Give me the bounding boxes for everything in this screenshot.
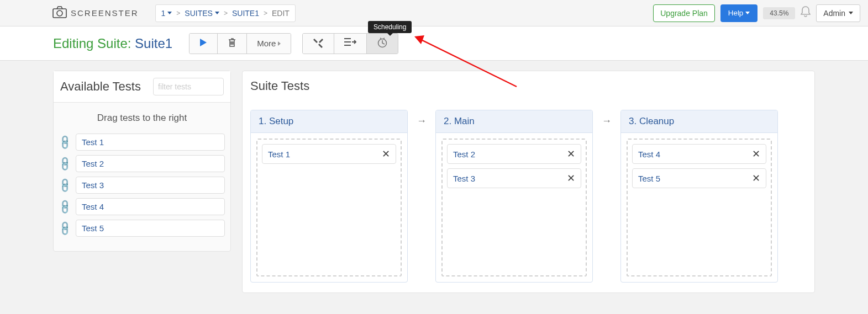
suite-name: Suite1 <box>135 36 172 51</box>
filter-tests-input[interactable] <box>153 78 224 95</box>
svg-rect-2 <box>344 38 351 39</box>
list-item: 🔗 Test 3 <box>59 177 225 194</box>
available-tests-title: Available Tests <box>60 79 141 94</box>
main-area: Available Tests Drag tests to the right … <box>0 61 868 303</box>
column-dropzone[interactable]: Test 4 ✕ Test 5 ✕ <box>627 139 772 276</box>
available-test[interactable]: Test 2 <box>76 155 225 172</box>
settings-button[interactable] <box>303 34 334 54</box>
camera-icon <box>52 6 67 20</box>
remove-test-button[interactable]: ✕ <box>752 148 760 160</box>
suite-test[interactable]: Test 2 ✕ <box>447 144 581 164</box>
svg-rect-3 <box>344 41 351 42</box>
column-dropzone[interactable]: Test 2 ✕ Test 3 ✕ <box>441 139 587 276</box>
topbar-right: Upgrade Plan Help 43.5% Admin <box>653 4 860 22</box>
column-header: 1. Setup <box>251 110 407 133</box>
column-dropzone[interactable]: Test 1 ✕ <box>256 139 402 276</box>
suite-tests-panel: Suite Tests 1. Setup Test 1 ✕ → 2. Main … <box>242 71 815 293</box>
breadcrumb-item-edit: EDIT <box>272 9 290 18</box>
admin-dropdown[interactable]: Admin <box>816 4 860 22</box>
arrow-right-icon: → <box>598 110 615 127</box>
suite-test[interactable]: Test 3 ✕ <box>447 168 581 188</box>
help-button[interactable]: Help <box>720 4 757 22</box>
play-icon <box>199 38 207 49</box>
more-button[interactable]: More <box>246 34 291 54</box>
tools-icon <box>313 37 324 50</box>
svg-rect-4 <box>344 45 351 46</box>
list-item: 🔗 Test 5 <box>59 220 225 237</box>
topbar: SCREENSTER 1 > SUITES > SUITE1 > EDIT Up… <box>0 0 868 26</box>
list-arrow-icon <box>344 38 356 49</box>
suite-columns: 1. Setup Test 1 ✕ → 2. Main Test 2 ✕ <box>250 110 807 283</box>
editing-suite-label: Editing Suite: Suite1 <box>53 36 172 51</box>
available-tests-panel: Available Tests Drag tests to the right … <box>53 71 231 252</box>
tool-group <box>302 33 398 54</box>
breadcrumb: 1 > SUITES > SUITE1 > EDIT <box>155 4 296 22</box>
available-test[interactable]: Test 5 <box>76 220 225 237</box>
suite-toolbar: Scheduling Editing Suite: Suite1 More <box>0 26 868 61</box>
column-header: 3. Cleanup <box>621 110 777 133</box>
upgrade-plan-button[interactable]: Upgrade Plan <box>653 4 715 22</box>
suite-tests-title: Suite Tests <box>250 79 807 93</box>
remove-test-button[interactable]: ✕ <box>567 148 575 160</box>
link-icon: 🔗 <box>56 198 73 215</box>
clock-icon <box>377 37 388 50</box>
delete-button[interactable] <box>217 34 246 54</box>
column-cleanup: 3. Cleanup Test 4 ✕ Test 5 ✕ <box>620 110 778 283</box>
play-button[interactable] <box>190 34 217 54</box>
list-item: 🔗 Test 4 <box>59 198 225 215</box>
column-setup: 1. Setup Test 1 ✕ <box>250 110 408 283</box>
available-test[interactable]: Test 3 <box>76 177 225 194</box>
list-item: 🔗 Test 1 <box>59 134 225 151</box>
link-icon: 🔗 <box>56 134 73 151</box>
breadcrumb-sep: > <box>176 9 180 17</box>
arrow-right-icon: → <box>413 110 430 127</box>
export-button[interactable] <box>334 34 366 54</box>
suite-test[interactable]: Test 4 ✕ <box>632 144 766 164</box>
scheduling-button[interactable] <box>366 34 398 54</box>
app-logo[interactable]: SCREENSTER <box>52 6 139 20</box>
scheduling-tooltip: Scheduling <box>368 21 412 33</box>
breadcrumb-sep: > <box>224 9 228 17</box>
app-name: SCREENSTER <box>71 8 139 18</box>
chevron-right-icon <box>278 41 281 46</box>
breadcrumb-item-suite1[interactable]: SUITE1 <box>232 9 259 18</box>
breadcrumb-sep: > <box>264 9 267 17</box>
suite-test[interactable]: Test 1 ✕ <box>262 144 396 164</box>
breadcrumb-item-1[interactable]: 1 <box>161 9 172 18</box>
trash-icon <box>228 38 236 49</box>
suite-test[interactable]: Test 5 ✕ <box>632 168 766 188</box>
remove-test-button[interactable]: ✕ <box>752 172 760 184</box>
available-test[interactable]: Test 1 <box>76 134 225 151</box>
link-icon: 🔗 <box>56 177 73 194</box>
drag-hint: Drag tests to the right <box>54 103 230 129</box>
remove-test-button[interactable]: ✕ <box>567 172 575 184</box>
available-test[interactable]: Test 4 <box>76 198 225 215</box>
list-item: 🔗 Test 2 <box>59 155 225 172</box>
suite-action-group: More <box>189 33 291 54</box>
remove-test-button[interactable]: ✕ <box>382 148 390 160</box>
usage-percent-badge: 43.5% <box>763 7 795 19</box>
link-icon: 🔗 <box>56 220 73 237</box>
link-icon: 🔗 <box>56 155 73 172</box>
svg-point-1 <box>57 10 62 16</box>
breadcrumb-item-suites[interactable]: SUITES <box>185 9 219 18</box>
column-header: 2. Main <box>436 110 592 133</box>
available-list: 🔗 Test 1 🔗 Test 2 🔗 Test 3 🔗 Test 4 🔗 Te… <box>54 134 230 251</box>
bell-icon[interactable] <box>801 6 811 20</box>
svg-marker-7 <box>414 35 424 44</box>
column-main: 2. Main Test 2 ✕ Test 3 ✕ <box>435 110 593 283</box>
